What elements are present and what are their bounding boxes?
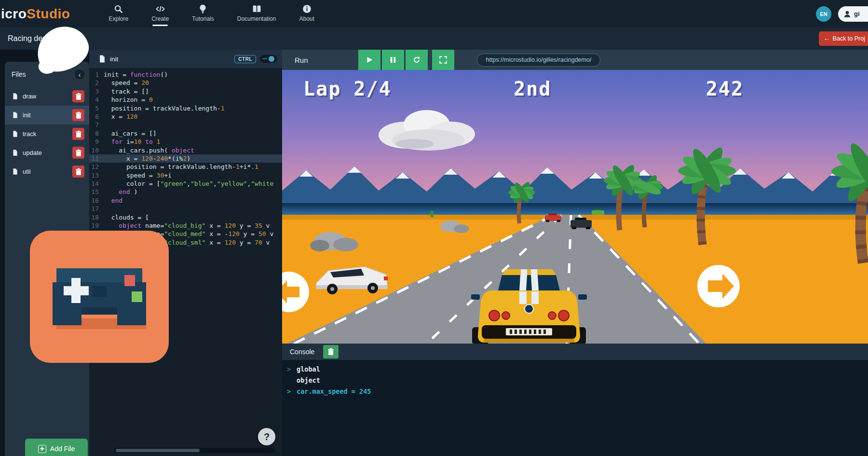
line-number: 10 (89, 146, 104, 154)
line-number: 9 (89, 138, 104, 146)
code-line: 14 color = ["green","blue","yellow","whi… (89, 180, 282, 188)
run-label: Run (295, 56, 308, 64)
code-line: 15 end ) (89, 188, 282, 196)
editor-toggle-switch[interactable] (260, 55, 277, 63)
app-logo[interactable]: icroStudio (1, 6, 70, 22)
code-line: 17 (89, 205, 282, 213)
pause-icon (389, 55, 397, 64)
code-text: horizon = 0 (104, 96, 153, 104)
game-url-pill[interactable]: https://microstudio.io/gilles/racingdemo… (477, 54, 601, 67)
microstudio-app: icroStudio ExploreCreateTutorialsDocumen… (0, 0, 868, 456)
logo-text-right: Studio (27, 6, 70, 21)
run-panel: Run https://microstudio.io/gilles/racing… (282, 50, 868, 456)
book-icon (252, 4, 262, 14)
editor-tab-init[interactable]: init (94, 53, 122, 65)
console-line: >car.max_speed = 245 (287, 386, 868, 397)
play-button[interactable] (358, 50, 380, 70)
help-button[interactable]: ? (258, 428, 275, 445)
nav-item-about[interactable]: About (298, 2, 315, 26)
file-icon (98, 55, 107, 63)
console-panel: Console >globalobject>car.max_speed = 24… (282, 344, 868, 456)
topnav-items: ExploreCreateTutorialsDocumentationAbout (108, 2, 315, 26)
code-text: track = [] (104, 87, 149, 96)
nav-item-tutorials[interactable]: Tutorials (191, 2, 215, 26)
code-line: 7 (89, 121, 282, 129)
code-text: color = ["green","blue","yellow","white (104, 180, 273, 188)
info-icon (302, 4, 312, 14)
file-row-draw[interactable]: draw (5, 87, 89, 106)
console-lines[interactable]: >globalobject>car.max_speed = 245 (282, 360, 868, 456)
nav-item-label: Tutorials (192, 15, 214, 22)
delete-file-button[interactable] (72, 166, 84, 178)
fullscreen-icon (439, 55, 448, 64)
file-icon (12, 130, 19, 138)
code-text: init = function() (104, 70, 168, 79)
code-line: 11 x = 120-240*(i%2) (89, 154, 282, 163)
nav-item-label: Documentation (237, 15, 276, 22)
game-viewport[interactable]: Lap 2/4 2nd 242 (282, 70, 868, 344)
reload-icon (412, 55, 421, 64)
nav-item-label: Explore (108, 15, 128, 22)
code-text: position = trackValue.length-1 (104, 104, 224, 112)
line-number: 6 (89, 112, 104, 121)
project-gamepad-icon (30, 231, 169, 363)
console-text: car.max_speed = 245 (297, 386, 371, 397)
line-number: 3 (89, 87, 104, 96)
editor-tab-label: init (110, 55, 118, 63)
nav-item-label: About (299, 15, 314, 22)
fullscreen-button[interactable] (432, 50, 454, 70)
console-line: object (287, 375, 868, 386)
file-icon (12, 149, 19, 156)
clear-console-button[interactable] (323, 345, 339, 359)
delete-file-button[interactable] (72, 109, 84, 121)
code-line: 5 position = trackValue.length-1 (89, 104, 282, 112)
file-row-track[interactable]: track (5, 124, 89, 143)
hud-score: 242 (706, 78, 744, 100)
back-to-projects-button[interactable]: ← Back to Proj (819, 31, 868, 46)
ctrl-shortcut-badge[interactable]: CTRL (234, 55, 256, 63)
editor-horizontal-scrollbar[interactable] (114, 448, 275, 453)
line-number: 17 (89, 205, 104, 213)
line-number: 4 (89, 96, 104, 104)
console-prompt-icon: > (287, 386, 297, 397)
run-buttons (358, 50, 456, 70)
pause-button[interactable] (382, 50, 404, 70)
delete-file-button[interactable] (72, 90, 84, 102)
nav-item-documentation[interactable]: Documentation (236, 2, 277, 26)
user-icon (843, 10, 852, 18)
file-row-init[interactable]: init (5, 106, 89, 124)
reload-button[interactable] (406, 50, 428, 70)
file-row-util[interactable]: util (5, 162, 89, 181)
delete-file-button[interactable] (72, 128, 84, 140)
code-text: end (104, 196, 122, 205)
delete-file-button[interactable] (72, 147, 84, 159)
line-number: 7 (89, 121, 104, 129)
code-text: position = trackValue.length-1+i*.1 (104, 163, 258, 171)
scrollbar-thumb[interactable] (116, 449, 200, 452)
trash-icon (74, 111, 83, 120)
code-line: 10 ai_cars.push( object (89, 146, 282, 154)
line-number: 2 (89, 79, 104, 87)
language-badge[interactable]: EN (816, 6, 831, 22)
console-prompt-icon (287, 375, 297, 386)
nav-item-create[interactable]: Create (150, 2, 170, 26)
touch-arrow-right (697, 265, 740, 307)
trash-icon (326, 347, 335, 356)
code-text: speed = 20 (104, 79, 149, 87)
topnav-right: EN gi (816, 6, 868, 22)
code-line: 13 speed = 30+i (89, 171, 282, 180)
nav-item-explore[interactable]: Explore (108, 2, 129, 26)
project-bar: Racing demo ← Back to Proj (0, 28, 868, 50)
file-row-update[interactable]: update (5, 143, 89, 162)
hud-position: 2nd (514, 78, 551, 100)
line-number: 14 (89, 180, 104, 188)
logo-text-left: icro (1, 6, 27, 21)
hud-lap-counter: Lap 2/4 (303, 78, 392, 100)
add-file-button[interactable]: + Add File (25, 439, 88, 456)
user-menu-button[interactable]: gi (838, 6, 868, 22)
line-number: 11 (89, 154, 104, 163)
plus-icon: + (38, 445, 46, 453)
collapse-sidebar-button[interactable]: ‹ (74, 69, 85, 80)
back-button-label: Back to Proj (833, 35, 865, 42)
line-number: 18 (89, 213, 104, 221)
